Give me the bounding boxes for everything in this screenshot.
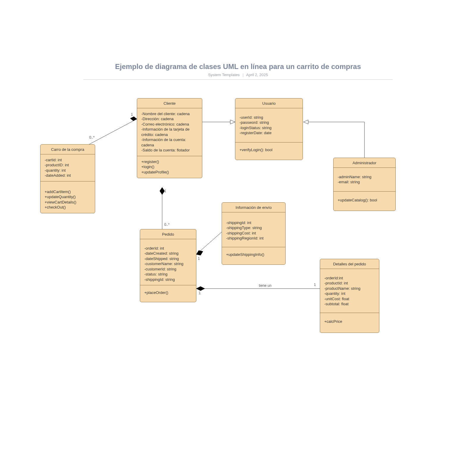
class-envio[interactable]: Información de envío -shippingId: int -s… [222,202,286,265]
class-pedido[interactable]: Pedido -orderId: int -dateCreated: strin… [140,229,196,302]
composition-diamond-icon [196,286,205,291]
class-attributes: -orderId:int -productId: int -productNam… [320,269,379,313]
class-attributes: -userId: string -password: string -login… [235,108,303,143]
class-operations: +updateCatalog(): bool [333,192,395,211]
class-carro[interactable]: Carro de la compra -cartId: int -product… [40,144,95,213]
mult-pedido-envio-1: 1 [198,256,200,261]
diagram-canvas: 1 0..* 1 0..* 1 1 1 1 tiene un Carro de … [0,0,476,476]
class-attributes: -adminName: string -email: string [333,168,395,192]
class-title: Información de envío [222,203,285,212]
class-title: Usuario [235,98,303,108]
class-operations: +verifyLogin(): bool [235,143,303,160]
class-operations: +updateShippingInfo() [222,247,285,264]
class-title: Detalles del pedido [320,259,379,269]
class-operations: +placeOrder() [140,285,196,302]
class-usuario[interactable]: Usuario -userId: string -password: strin… [235,98,303,160]
class-cliente[interactable]: Cliente -Nombre del cliente: cadena -Dir… [137,98,202,178]
class-operations: +register() +login() +updateProfile() [137,156,202,178]
mult-pedido-detalle-1: 1 [199,291,201,295]
class-attributes: -cartId: int -productID: int -quantity: … [40,154,95,181]
edge-pedido-envio [196,232,222,254]
class-operations: +addCartItem() +updateQuantity() +viewCa… [40,181,95,213]
class-attributes: -shippingId: int -shippingType: string -… [222,212,285,247]
edge-admin-usuario [303,122,364,158]
class-detalle[interactable]: Detalles del pedido -orderId:int -produc… [320,259,379,333]
class-title: Carro de la compra [40,145,95,154]
composition-diamond-icon [160,187,165,195]
mult-cliente-carro-1: 1 [131,112,133,117]
edge-cliente-carro [89,119,137,144]
class-operations: +calcPrice [320,313,379,333]
mult-cliente-carro-2: 0..* [89,135,95,140]
mult-cliente-pedido-2: 0..* [164,223,170,227]
class-attributes: -orderId: int -dateCreated: string -date… [140,239,196,286]
class-title: Cliente [137,98,202,108]
mult-pedido-detalle-2: 1 [314,283,316,287]
label-pedido-detalle: tiene un [259,284,272,288]
mult-cliente-pedido-1: 1 [164,189,166,193]
composition-diamond-icon [130,117,137,121]
class-attributes: -Nombre del cliente: cadena -Dirección: … [137,108,202,156]
class-admin[interactable]: Administrador -adminName: string -email:… [333,158,396,211]
class-title: Pedido [140,229,196,239]
composition-diamond-icon [196,250,203,255]
class-title: Administrador [333,158,395,168]
